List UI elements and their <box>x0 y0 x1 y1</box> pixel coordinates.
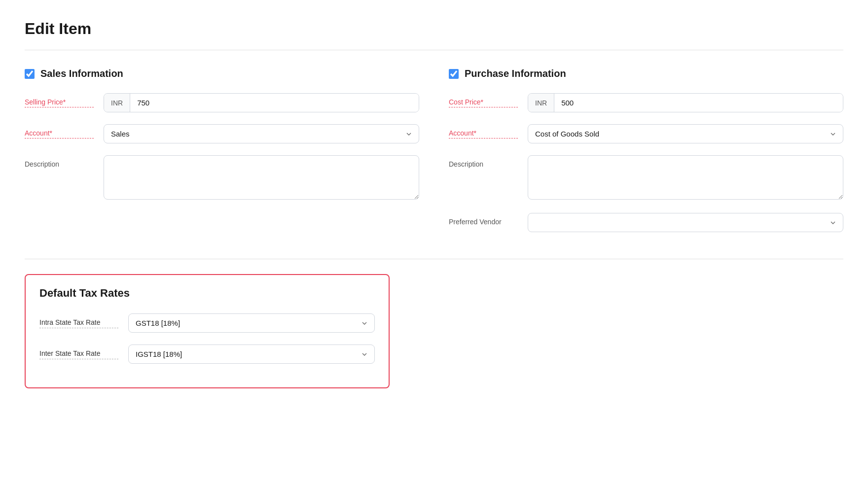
cost-price-row: Cost Price* INR <box>449 93 843 112</box>
cost-price-control: INR <box>528 93 843 112</box>
page-title: Edit Item <box>25 20 843 38</box>
sales-description-row: Description <box>25 155 419 201</box>
section-divider <box>25 259 843 259</box>
purchase-section-title: Purchase Information <box>465 68 566 79</box>
preferred-vendor-control <box>528 213 843 232</box>
purchase-description-control <box>528 155 843 201</box>
sales-section-header: Sales Information <box>25 68 419 79</box>
cost-price-label: Cost Price* <box>449 93 518 107</box>
purchase-section: Purchase Information Cost Price* INR Acc… <box>449 68 843 244</box>
intra-state-label: Intra State Tax Rate <box>39 318 118 328</box>
sales-account-label: Account* <box>25 124 94 138</box>
sales-account-control: Sales Other Income Revenue <box>104 124 419 143</box>
intra-state-control: GST18 [18%] GST12 [12%] GST5 [5%] <box>128 313 375 333</box>
cost-price-input[interactable] <box>554 94 843 112</box>
selling-price-input-group: INR <box>104 93 419 112</box>
purchase-account-control: Cost of Goods Sold Purchases Expenses <box>528 124 843 143</box>
sales-section-title: Sales Information <box>40 68 123 79</box>
purchase-account-label: Account* <box>449 124 518 138</box>
purchase-account-row: Account* Cost of Goods Sold Purchases Ex… <box>449 124 843 143</box>
purchase-checkbox[interactable] <box>449 69 459 79</box>
preferred-vendor-label: Preferred Vendor <box>449 213 518 226</box>
sales-description-textarea[interactable] <box>104 155 419 200</box>
selling-price-control: INR <box>104 93 419 112</box>
preferred-vendor-row: Preferred Vendor <box>449 213 843 232</box>
inter-state-control: IGST18 [18%] IGST12 [12%] IGST5 [5%] <box>128 345 375 364</box>
selling-price-currency: INR <box>104 94 130 112</box>
purchase-description-textarea[interactable] <box>528 155 843 200</box>
purchase-description-row: Description <box>449 155 843 201</box>
preferred-vendor-select[interactable] <box>528 213 843 232</box>
cost-price-input-group: INR <box>528 93 843 112</box>
purchase-account-select[interactable]: Cost of Goods Sold Purchases Expenses <box>528 124 843 143</box>
main-layout: Sales Information Selling Price* INR Acc… <box>25 68 843 244</box>
inter-state-label: Inter State Tax Rate <box>39 349 118 359</box>
inter-state-row: Inter State Tax Rate IGST18 [18%] IGST12… <box>39 345 375 364</box>
intra-state-select[interactable]: GST18 [18%] GST12 [12%] GST5 [5%] <box>128 313 375 333</box>
sales-account-select[interactable]: Sales Other Income Revenue <box>104 124 419 143</box>
sales-account-row: Account* Sales Other Income Revenue <box>25 124 419 143</box>
purchase-description-label: Description <box>449 155 518 168</box>
sales-checkbox[interactable] <box>25 69 35 79</box>
purchase-section-header: Purchase Information <box>449 68 843 79</box>
selling-price-input[interactable] <box>130 94 419 112</box>
selling-price-row: Selling Price* INR <box>25 93 419 112</box>
sales-description-control <box>104 155 419 201</box>
inter-state-select[interactable]: IGST18 [18%] IGST12 [12%] IGST5 [5%] <box>128 345 375 364</box>
selling-price-label: Selling Price* <box>25 93 94 107</box>
tax-section: Default Tax Rates Intra State Tax Rate G… <box>25 274 390 388</box>
tax-section-title: Default Tax Rates <box>39 287 375 300</box>
sales-description-label: Description <box>25 155 94 168</box>
cost-price-currency: INR <box>528 94 554 112</box>
intra-state-row: Intra State Tax Rate GST18 [18%] GST12 [… <box>39 313 375 333</box>
sales-section: Sales Information Selling Price* INR Acc… <box>25 68 419 244</box>
header-divider <box>25 50 843 50</box>
